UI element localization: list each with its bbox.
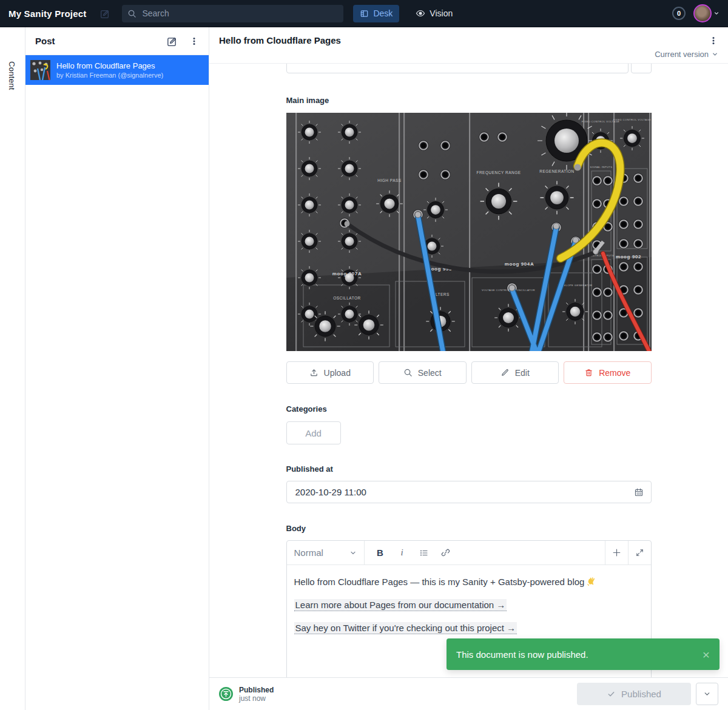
search-icon: [127, 9, 136, 18]
publish-menu-button[interactable]: [696, 683, 718, 705]
notifications-badge[interactable]: 0: [672, 7, 686, 20]
publish-status-time: just now: [239, 694, 274, 703]
document-footer: Published just now Published: [209, 677, 728, 710]
insert-block-button[interactable]: [605, 541, 628, 564]
clipped-text-input[interactable]: [286, 64, 629, 73]
waving-hand-emoji: [586, 577, 596, 586]
compose-icon[interactable]: [99, 8, 110, 19]
content-rail: Content: [0, 27, 25, 710]
search-input[interactable]: [141, 8, 338, 19]
body-paragraph: Hello from Cloudflare Pages — this is my…: [294, 576, 644, 588]
post-item-title: Hello from Cloudflare Pages: [56, 61, 163, 70]
image-action-buttons: Upload Select Edit Remove: [286, 361, 652, 384]
eye-icon: [416, 8, 425, 18]
edit-button-label: Edit: [515, 368, 530, 378]
bullet-list-icon: [419, 548, 429, 558]
style-selector[interactable]: Normal: [287, 541, 365, 564]
body-link[interactable]: Learn more about Pages from our document…: [294, 599, 507, 611]
select-button[interactable]: Select: [379, 361, 467, 384]
add-category-button[interactable]: Add: [286, 421, 341, 444]
tab-desk[interactable]: Desk: [353, 5, 399, 22]
document-form-scroll[interactable]: Main image: [209, 64, 728, 677]
body-link[interactable]: Say hey on Twitter if you're checking ou…: [294, 622, 517, 634]
calendar-icon[interactable]: [634, 487, 644, 497]
post-thumbnail: [30, 60, 50, 80]
published-at-label: Published at: [286, 464, 652, 474]
toast-published: This document is now published. ×: [447, 638, 720, 670]
new-document-icon[interactable]: [166, 36, 177, 47]
photo-label-high-pass: HIGH PASS: [377, 178, 402, 183]
clipped-field: [286, 64, 652, 74]
italic-button[interactable]: i: [391, 541, 413, 564]
photo-label-signal-inputs: SIGNAL INPUTS: [590, 166, 612, 169]
document-kebab-menu-icon[interactable]: [709, 36, 718, 45]
published-at-input[interactable]: [294, 486, 634, 498]
pencil-icon: [500, 368, 510, 377]
kebab-menu-icon[interactable]: [189, 36, 199, 46]
post-panel-title: Post: [35, 36, 166, 46]
body-paragraph: Say hey on Twitter if you're checking ou…: [294, 622, 644, 634]
body-paragraph: Learn more about Pages from our document…: [294, 599, 644, 611]
editor-toolbar: Normal B i: [287, 541, 651, 565]
publish-status-title: Published: [239, 686, 274, 694]
main-image-photo: HIGH PASS FREQUENCY RANGE: [286, 113, 652, 351]
publish-status: Published just now: [219, 686, 274, 703]
plus-icon: [612, 548, 622, 558]
bullet-list-button[interactable]: [413, 541, 435, 564]
photo-label-regeneration: REGENERATION: [539, 169, 575, 173]
link-button[interactable]: [435, 541, 457, 564]
post-item-texts: Hello from Cloudflare Pages by Kristian …: [56, 61, 163, 79]
publish-status-texts: Published just now: [239, 686, 274, 703]
publish-button[interactable]: Published: [577, 683, 691, 705]
tab-vision[interactable]: Vision: [409, 5, 459, 22]
document-header: Hello from Cloudflare Pages Current vers…: [209, 27, 728, 64]
upload-button-label: Upload: [324, 368, 351, 378]
list-item-post[interactable]: Hello from Cloudflare Pages by Kristian …: [25, 55, 209, 85]
post-list-panel: Post Hello from Cloudflare Pages by Kris…: [25, 27, 209, 710]
main-image-label: Main image: [286, 96, 652, 105]
bold-button[interactable]: B: [369, 541, 391, 564]
chevron-down-icon: [349, 549, 357, 557]
publish-status-icon: [219, 687, 233, 701]
project-title: My Sanity Project: [8, 8, 86, 19]
clipped-field-button[interactable]: [631, 64, 652, 73]
chevron-down-icon: [712, 51, 718, 58]
expand-icon: [635, 548, 644, 557]
check-icon: [607, 689, 616, 698]
published-at-field[interactable]: [286, 481, 652, 503]
body-label: Body: [286, 524, 652, 533]
toast-message: This document is now published.: [456, 649, 588, 660]
remove-button-label: Remove: [599, 368, 630, 378]
style-selector-value: Normal: [294, 548, 323, 558]
photo-label-moog-902: moog 902: [615, 254, 641, 260]
trash-icon: [584, 368, 593, 377]
upload-icon: [309, 368, 318, 377]
categories-label: Categories: [286, 404, 652, 414]
magnifier-icon: [403, 368, 413, 377]
photo-label-moog-907a: moog 907A: [332, 271, 362, 276]
desk-icon: [360, 9, 369, 18]
select-button-label: Select: [418, 368, 442, 378]
version-label: Current version: [655, 50, 709, 59]
photo-label-fcv2: FIXED CONTROL VOLTAGE: [613, 118, 651, 121]
photo-label-vco: VOLTAGE CONTROLLED OSCILLATOR: [482, 289, 535, 292]
workspace: Content Post Hello from Cloudfl: [0, 27, 728, 710]
upload-button[interactable]: Upload: [286, 361, 374, 384]
user-menu[interactable]: [693, 4, 720, 22]
body-paragraph-text: Hello from Cloudflare Pages — this is my…: [294, 577, 585, 587]
tab-vision-label: Vision: [430, 8, 453, 18]
expand-editor-button[interactable]: [628, 541, 651, 564]
toolbar-spacer: [457, 541, 605, 564]
photo-label-frequency-range: FREQUENCY RANGE: [476, 170, 521, 175]
sidebar-item-content[interactable]: Content: [7, 61, 16, 90]
link-icon: [441, 548, 450, 557]
remove-button[interactable]: Remove: [564, 361, 652, 384]
page-title: Hello from Cloudflare Pages: [219, 35, 709, 45]
post-item-subtitle: by Kristian Freeman (@signalnerve): [56, 72, 163, 79]
search-bar[interactable]: [122, 5, 343, 22]
close-icon[interactable]: ×: [703, 648, 710, 661]
edit-button[interactable]: Edit: [471, 361, 559, 384]
avatar[interactable]: [693, 4, 712, 22]
version-selector[interactable]: Current version: [219, 50, 718, 59]
chevron-down-icon: [703, 690, 711, 698]
